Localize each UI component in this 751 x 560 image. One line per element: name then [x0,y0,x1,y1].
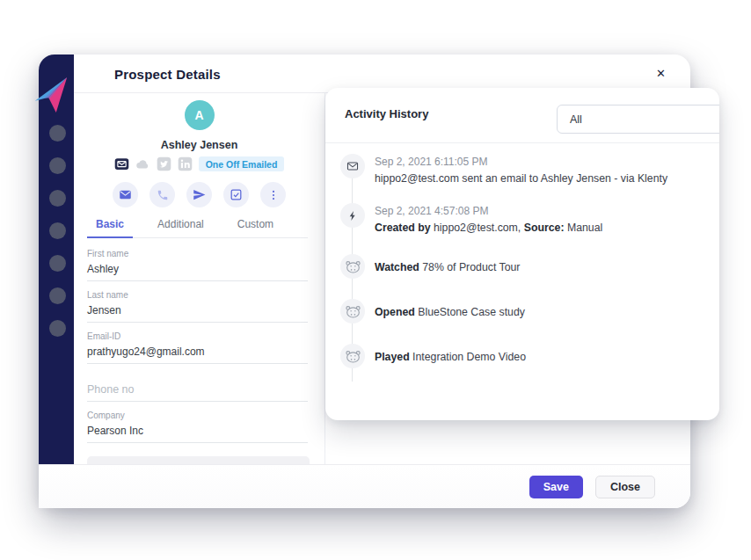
email-id-input[interactable]: prathyugo24@gmail.com [87,345,308,359]
tab-basic[interactable]: Basic [87,215,133,238]
channel-status-row: One Off Emailed [74,156,324,171]
field-label: Last name [87,290,308,301]
event-timestamp: Sep 2, 2021 4:57:08 PM [375,205,602,217]
form-field: First nameAshley [87,249,308,281]
profile-summary: A Ashley Jensen One Off Emailed [74,93,324,207]
linkedin-icon [178,156,193,171]
prospect-left-column: A Ashley Jensen One Off Emailed BasicAdd… [74,93,324,452]
avatar: A [185,100,215,130]
screen: Prospect Details ✕ A Ashley Jensen One O… [0,0,751,560]
sidebar-nav-item[interactable] [49,190,66,207]
activity-event: Opened BlueStone Case study [340,299,704,324]
activity-event: Played Integration Demo Video [340,344,704,368]
more-vertical-action-button[interactable] [260,182,286,207]
twitter-icon [157,156,171,171]
app-sidebar [39,55,74,508]
first-name-input[interactable]: Ashley [87,263,308,276]
cloud-icon [135,156,150,171]
mail-badge-icon [114,156,129,171]
activity-filter-dropdown[interactable]: All [557,105,719,134]
hippo-icon [340,299,365,324]
scrolled-content-peek [87,456,310,464]
tab-additional[interactable]: Additional [149,215,213,237]
event-text: hippo2@test.com sent an email to Ashley … [375,171,667,186]
hippo-icon [340,344,365,368]
field-label: Email-ID [87,331,308,342]
form-field: Last nameJensen [87,290,308,323]
form-field: Phone no [87,383,308,402]
mail-outline-icon [340,154,365,178]
status-badge: One Off Emailed [199,156,285,171]
event-body: Played Integration Demo Video [375,344,526,365]
event-body: Sep 2, 2021 6:11:05 PMhippo2@test.com se… [375,154,667,186]
activity-history-panel: Activity History All Sep 2, 2021 6:11:05… [325,88,719,420]
send-action-button[interactable] [186,182,212,207]
phone-no-input[interactable]: Phone no [87,383,308,396]
close-icon[interactable]: ✕ [656,68,666,79]
tasks-action-button[interactable] [223,182,249,207]
hippo-icon [340,254,365,279]
field-label: First name [87,249,308,259]
activity-event: Watched 78% of Product Tour [340,254,704,279]
activity-timeline: Sep 2, 2021 6:11:05 PMhippo2@test.com se… [325,142,719,420]
sidebar-nav-item[interactable] [49,287,66,304]
sidebar-nav-item[interactable] [49,320,66,337]
sidebar-nav-item[interactable] [49,255,66,272]
tab-custom[interactable]: Custom [229,215,282,237]
prospect-form: First nameAshleyLast nameJensenEmail-IDp… [87,249,308,443]
form-field: CompanyPearson Inc [87,411,308,443]
sidebar-nav-item[interactable] [49,222,66,239]
activity-event: Sep 2, 2021 6:11:05 PMhippo2@test.com se… [340,154,704,186]
event-body: Watched 78% of Product Tour [375,254,520,275]
event-timestamp: Sep 2, 2021 6:11:05 PM [375,156,667,168]
activity-filter-value: All [570,113,582,126]
quick-actions-row [74,182,324,207]
page-title: Prospect Details [114,67,221,82]
field-label: Company [87,411,308,421]
modal-header: Prospect Details ✕ [74,55,690,92]
mail-action-button[interactable] [113,182,138,207]
activity-event: Sep 2, 2021 4:57:08 PMCreated by hippo2@… [340,203,704,236]
event-body: Sep 2, 2021 4:57:08 PMCreated by hippo2@… [375,203,602,236]
event-body: Opened BlueStone Case study [375,299,525,320]
sidebar-nav-item[interactable] [49,157,66,174]
event-text: Watched 78% of Product Tour [375,260,520,275]
event-text: Played Integration Demo Video [375,350,526,365]
save-button[interactable]: Save [529,476,583,498]
prospect-name: Ashley Jensen [74,139,324,151]
activity-history-title: Activity History [345,107,428,120]
modal-footer: Save Close [39,464,690,508]
sidebar-nav-item[interactable] [49,125,66,142]
event-text: Opened BlueStone Case study [375,305,525,320]
app-logo-icon [31,76,71,114]
form-field: Email-IDprathyugo24@gmail.com [87,331,308,364]
event-text: Created by hippo2@test.com, Source: Manu… [375,221,602,236]
bolt-icon [340,203,365,228]
phone-action-button[interactable] [149,182,175,207]
last-name-input[interactable]: Jensen [87,304,308,317]
close-button[interactable]: Close [595,476,655,498]
company-input[interactable]: Pearson Inc [87,425,308,438]
detail-tabs: BasicAdditionalCustom [87,215,308,238]
